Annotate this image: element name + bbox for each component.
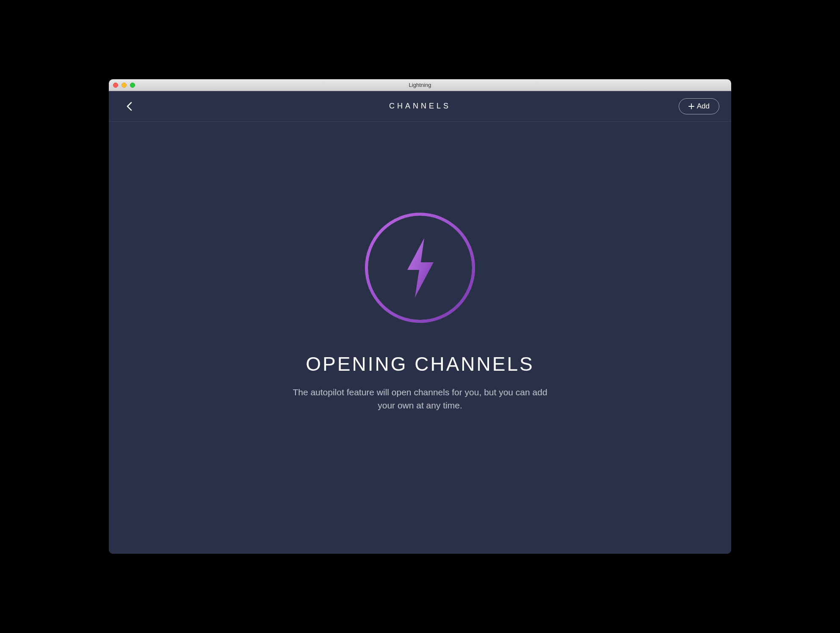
chevron-left-icon <box>126 102 132 111</box>
add-button-label: Add <box>697 102 710 111</box>
close-window-button[interactable] <box>113 83 118 88</box>
back-button[interactable] <box>121 98 138 115</box>
header: CHANNELS Add <box>109 91 731 122</box>
main-content: OPENING CHANNELS The autopilot feature w… <box>109 122 731 554</box>
titlebar: Lightning <box>109 79 731 91</box>
plus-icon <box>688 103 694 109</box>
window-title: Lightning <box>409 82 431 88</box>
lightning-bolt-icon <box>399 236 441 300</box>
main-subtitle: The autopilot feature will open channels… <box>285 386 555 412</box>
add-button[interactable]: Add <box>679 98 719 114</box>
minimize-window-button[interactable] <box>122 83 127 88</box>
app-window: Lightning CHANNELS Add <box>109 79 731 554</box>
page-title: CHANNELS <box>389 102 451 111</box>
main-title: OPENING CHANNELS <box>306 353 534 375</box>
app-content: CHANNELS Add <box>109 91 731 554</box>
maximize-window-button[interactable] <box>130 83 135 88</box>
traffic-lights <box>109 83 135 88</box>
lightning-circle <box>365 213 475 323</box>
